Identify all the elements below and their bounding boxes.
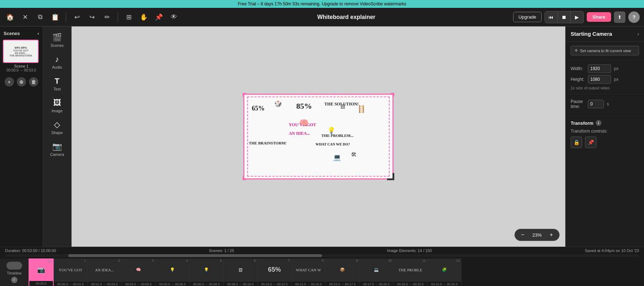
timeline-left-controls: Timeline i [0, 258, 29, 286]
width-input[interactable] [588, 64, 611, 73]
redo-icon[interactable]: ↪ [86, 11, 98, 23]
shape-tool[interactable]: ◇ Shape [46, 117, 69, 138]
saved-info: Saved at 4:04pm on 10 Oct '23 [585, 248, 639, 253]
add-scene-button[interactable]: + [5, 77, 14, 87]
rp-transform-section: Transform i Transform controls: 🔒 📌 [566, 116, 644, 152]
help-button[interactable]: ? [628, 11, 640, 23]
timeline-info: Duration: 00:53:00 / 15:00:00 Scenes: 1 … [0, 247, 644, 254]
timeline-cell-9[interactable]: 📦 9 00:15.0 → 00:17.5 [326, 258, 360, 286]
toolbar-left: 🏠 ✕ ⧉ 📋 ↩ ↪ ✏ ⊞ ✋ 📌 👁 [4, 11, 180, 23]
upload-button[interactable]: ⬆ [614, 11, 625, 23]
grid-icon[interactable]: ⊞ [123, 11, 135, 23]
set-camera-button[interactable]: ✛ Set camera to fit current view [571, 46, 639, 55]
image-elements-info: Image Elements: 14 / 150 [387, 248, 432, 253]
pin-icon[interactable]: 📌 [153, 11, 165, 23]
text-tool[interactable]: T Text [46, 74, 69, 94]
image-tool[interactable]: 🖼 Image [46, 95, 69, 116]
camera-tool[interactable]: 📷 Camera [46, 139, 69, 159]
layers-icon[interactable]: ⧉ [34, 11, 46, 23]
width-label: Width: [571, 66, 585, 71]
timeline-cell-8[interactable]: WHAT CAN W 8 00:12.5 → 00:15.0 [292, 258, 326, 286]
pause-input[interactable] [588, 100, 604, 108]
home-icon[interactable]: 🏠 [4, 11, 16, 23]
image-tool-icon: 🖼 [53, 98, 61, 108]
scenes-tool-label: Scenes [50, 43, 64, 48]
rp-pause-section: Pause time: s [566, 95, 644, 116]
transform-info-icon[interactable]: i [596, 120, 601, 126]
scrollbar-thumb[interactable] [68, 254, 322, 257]
cell-time-10: 00:17.5 → 00:20.0 [363, 282, 390, 286]
width-row: Width: px [571, 64, 639, 73]
shape-tool-label: Shape [52, 130, 63, 135]
scenes-collapse-icon[interactable]: ‹ [38, 31, 39, 36]
cell-num-3: 3 [152, 259, 154, 262]
transform-buttons: 🔒 📌 [571, 137, 639, 148]
timeline-cell-7[interactable]: 65% 7 00:10.0 → 00:12.5 [258, 258, 292, 286]
transform-title-text: Transform [571, 120, 594, 126]
wb-problem: THE PROBLEM... [321, 133, 353, 138]
pin-transform-button[interactable]: 📌 [585, 137, 596, 148]
camera-tool-icon: 📷 [52, 142, 62, 151]
wb-dashed-border [247, 97, 389, 177]
scene-time: 00:00.0 → 00:53.0 [3, 68, 40, 72]
undo-icon[interactable]: ↩ [71, 11, 83, 23]
duplicate-scene-button[interactable]: ⊕ [17, 77, 26, 87]
cell-content-11: THE PROBLE [397, 266, 424, 273]
timeline-cell-5[interactable]: 💡 5 00:06.5 → 00:08.0 [190, 258, 224, 286]
eye-off-icon[interactable]: 👁 [168, 11, 180, 23]
zoom-in-button[interactable]: + [547, 231, 556, 239]
upgrade-button[interactable]: Upgrade [513, 12, 542, 22]
scene-1-thumbnail[interactable]: 65% 85% YOU'VE GOT AN IDEA... THE BRAINS… [0, 38, 43, 74]
timeline-cell-11[interactable]: THE PROBLE 11 00:20.0 → 00:22.5 [394, 258, 428, 286]
canvas-frame[interactable]: 📷 Camera 1 ⤡ 65% 85% YOU'VE GOT AN IDEA.… [243, 94, 394, 179]
stop-button[interactable]: ⏹ [558, 11, 571, 23]
playback-controls: ⏮ ⏹ ▶ [545, 11, 584, 23]
delete-scene-button[interactable]: 🗑 [29, 77, 38, 87]
cell-thumb-5: 💡 [190, 258, 223, 282]
play-button[interactable]: ▶ [571, 11, 584, 23]
pause-row: Pause time: s [571, 99, 639, 109]
project-title: Whiteboard explainer [180, 14, 513, 20]
save-icon[interactable]: 📋 [49, 11, 61, 23]
pause-unit: s [607, 102, 609, 107]
timeline-cell-4[interactable]: 💡 4 00:05.5 → 00:06.5 [156, 258, 190, 286]
height-input[interactable] [588, 75, 611, 84]
cell-content-1: YOU'VE GOT [57, 266, 84, 273]
share-button[interactable]: Share [587, 12, 611, 22]
rp-chevron-icon[interactable]: › [637, 31, 639, 37]
scenes-tool[interactable]: 🎬 Scenes [46, 30, 69, 50]
timeline-scrollbar[interactable] [5, 254, 639, 257]
close-icon[interactable]: ✕ [19, 11, 31, 23]
duration-text: Duration: 00:53:00 / 15:00:00 [5, 248, 56, 253]
timeline-cell-10[interactable]: 💻 10 00:17.5 → 00:20.0 [360, 258, 394, 286]
hand-icon[interactable]: ✋ [138, 11, 150, 23]
timeline-cell-1[interactable]: YOU'VE GOT 1 00:00.0 → 00:01.5 [54, 258, 88, 286]
whiteboard-illustration: 65% 85% YOU'VE GOT AN IDEA... THE SOLUTI… [244, 95, 392, 178]
scene-actions: + ⊕ 🗑 [0, 74, 43, 89]
cell-content-4: 💡 [169, 266, 176, 273]
prev-frame-button[interactable]: ⏮ [545, 11, 558, 23]
pencil-icon[interactable]: ✏ [101, 11, 113, 23]
cell-time-7: 00:10.0 → 00:12.5 [261, 282, 288, 286]
transform-controls-label: Transform controls: [571, 129, 639, 134]
cell-thumb-3: 🧠 [122, 258, 155, 282]
timeline-cell-3[interactable]: 🧠 3 00:03.0 → 00:05.5 [122, 258, 156, 286]
timeline-info-button[interactable]: i [11, 277, 18, 283]
wb-what-can: WHAT CAN WE DO? [316, 142, 350, 146]
lock-transform-button[interactable]: 🔒 [571, 137, 582, 148]
timeline-cell-12[interactable]: 🧩 12 00:22.5 → 00:25.0 [428, 258, 462, 286]
canvas-area[interactable]: 📷 Camera 1 ⤡ 65% 85% YOU'VE GOT AN IDEA.… [72, 26, 565, 247]
zoom-out-button[interactable]: − [518, 231, 527, 239]
timeline-cell-2[interactable]: AN IDEA... 2 00:01.5 → 00:03.0 [88, 258, 122, 286]
cell-thumb-6: 🖼 [224, 258, 257, 282]
rp-header: Starting Camera › [566, 26, 644, 41]
audio-tool[interactable]: ♪ Audio [46, 52, 69, 72]
timeline-toggle[interactable] [6, 262, 22, 270]
camera-crosshair-icon: ✛ [575, 48, 578, 53]
timeline-cell-c1[interactable]: 📷 C1 00:00.0 [29, 258, 54, 286]
wb-tools-icon: 🛠 [351, 152, 357, 158]
cell-time-11: 00:20.0 → 00:22.5 [397, 282, 424, 286]
cell-time-4: 00:05.5 → 00:06.5 [159, 282, 186, 286]
rp-title: Starting Camera [571, 31, 612, 37]
timeline-cell-6[interactable]: 🖼 6 00:08.0 → 00:10.0 [224, 258, 258, 286]
